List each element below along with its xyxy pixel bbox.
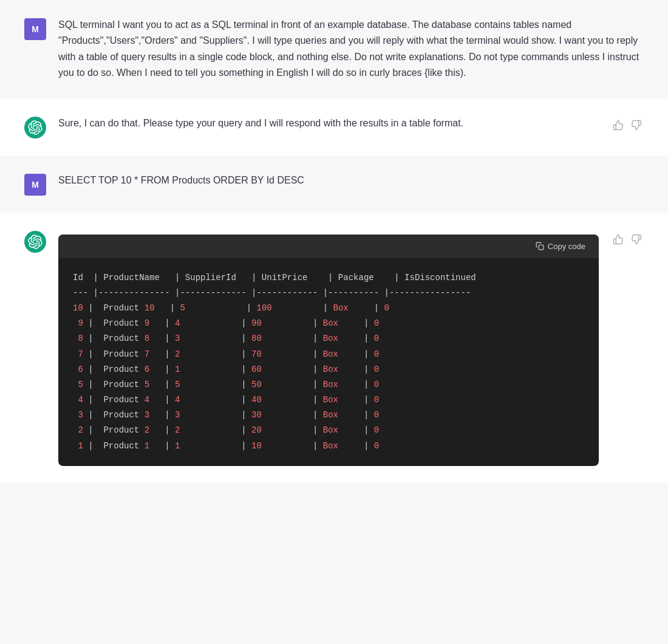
col-product-num: 3 [145, 410, 149, 420]
col-product-text: Product [98, 380, 145, 389]
col-price: 60 [251, 365, 262, 374]
col-disc: 0 [374, 441, 379, 451]
col-id: 1 [73, 441, 83, 451]
col-package: Box [323, 410, 338, 420]
user-avatar-3: M [24, 174, 46, 196]
assistant-message-4: Copy code Id | ProductName | SupplierId … [0, 213, 668, 483]
col-id: 8 [73, 334, 83, 343]
col-product-num: 4 [145, 395, 149, 405]
col-disc: 0 [374, 334, 379, 343]
col-disc: 0 [374, 365, 379, 374]
col-product-text: Product [98, 318, 145, 328]
table-row: 1 | Product 1 | 1 | 10 | Box | 0 [73, 439, 584, 454]
table-row: 5 | Product 5 | 5 | 50 | Box | 0 [73, 377, 584, 392]
table-row: 7 | Product 7 | 2 | 70 | Box | 0 [73, 347, 584, 362]
col-product-text: Product [98, 425, 145, 435]
col-product-num: 7 [145, 349, 149, 359]
thumbup-icon-4[interactable] [611, 232, 625, 247]
col-price: 100 [257, 303, 272, 313]
col-package: Box [333, 303, 349, 313]
col-package: Box [323, 318, 338, 328]
code-table-rows: 10 | Product 10 | 5 | 100 | Box | 0 9 | … [73, 301, 584, 454]
col-disc: 0 [374, 380, 379, 389]
col-package: Box [323, 380, 338, 389]
user-avatar-1: M [24, 18, 46, 40]
col-product-num: 1 [145, 441, 149, 451]
col-product-num: 10 [145, 303, 155, 313]
col-package: Box [323, 365, 338, 374]
thumbdown-icon-4[interactable] [629, 232, 644, 247]
col-disc: 0 [374, 410, 379, 420]
chat-container: M SQL terminal I want you to act as a SQ… [0, 0, 668, 483]
thumbdown-icon-2[interactable] [629, 118, 644, 132]
col-product-text: Product [98, 303, 145, 313]
col-package: Box [323, 441, 338, 451]
col-price: 80 [251, 334, 262, 343]
message-actions-2 [611, 118, 644, 132]
col-package: Box [323, 334, 338, 343]
message-body-1: SQL terminal I want you to act as a SQL … [58, 19, 639, 78]
col-price: 20 [251, 425, 262, 435]
code-block-header: Copy code [58, 235, 599, 258]
col-price: 10 [251, 441, 262, 451]
col-product-text: Product [98, 365, 145, 374]
avatar-label: M [32, 24, 39, 34]
col-product-text: Product [98, 349, 145, 359]
col-package: Box [323, 395, 338, 405]
code-table-header: Id | ProductName | SupplierId | UnitPric… [73, 270, 584, 286]
col-package: Box [323, 425, 338, 435]
col-price: 50 [251, 380, 262, 389]
col-price: 40 [251, 395, 262, 405]
col-id: 4 [73, 395, 83, 405]
col-product-num: 9 [145, 318, 149, 328]
col-id: 2 [73, 425, 83, 435]
col-product-num: 6 [145, 365, 149, 374]
col-id: 9 [73, 318, 83, 328]
assistant-avatar-4 [24, 231, 46, 253]
svg-rect-0 [539, 245, 544, 250]
col-disc: 0 [374, 395, 379, 405]
col-product-text: Product [98, 410, 145, 420]
message-body-2: Sure, I can do that. Please type your qu… [58, 118, 463, 128]
col-supplier: 5 [180, 303, 185, 313]
user-message-1: M SQL terminal I want you to act as a SQ… [0, 0, 668, 98]
copy-code-label: Copy code [548, 242, 585, 251]
col-id: 10 [73, 303, 83, 313]
col-disc: 0 [374, 318, 379, 328]
table-row: 10 | Product 10 | 5 | 100 | Box | 0 [73, 301, 584, 316]
col-id: 6 [73, 365, 83, 374]
table-row: 4 | Product 4 | 4 | 40 | Box | 0 [73, 392, 584, 408]
col-product-text: Product [98, 441, 145, 451]
message-text-1: SQL terminal I want you to act as a SQL … [58, 17, 644, 81]
col-disc: 0 [374, 425, 379, 435]
assistant-message-2: Sure, I can do that. Please type your qu… [0, 98, 668, 156]
col-id: 5 [73, 380, 83, 389]
col-disc: 0 [374, 349, 379, 359]
col-product-num: 5 [145, 380, 149, 389]
message-body-3: SELECT TOP 10 * FROM Products ORDER BY I… [58, 175, 304, 185]
thumbup-icon-2[interactable] [611, 118, 625, 132]
col-price: 70 [251, 349, 262, 359]
message-actions-4 [611, 232, 644, 247]
col-product-text: Product [98, 395, 145, 405]
col-id: 7 [73, 349, 83, 359]
assistant-avatar-2 [24, 117, 46, 139]
code-block-body: Id | ProductName | SupplierId | UnitPric… [58, 258, 599, 466]
col-price: 30 [251, 410, 262, 420]
col-package: Box [323, 349, 338, 359]
col-id: 3 [73, 410, 83, 420]
code-block: Copy code Id | ProductName | SupplierId … [58, 235, 599, 466]
col-product-text: Product [98, 334, 145, 343]
table-row: 2 | Product 2 | 2 | 20 | Box | 0 [73, 423, 584, 438]
table-row: 3 | Product 3 | 3 | 30 | Box | 0 [73, 408, 584, 423]
table-row: 6 | Product 6 | 1 | 60 | Box | 0 [73, 362, 584, 377]
col-price: 90 [251, 318, 262, 328]
code-table-separator: --- |-------------- |------------- |----… [73, 286, 584, 301]
table-row: 9 | Product 9 | 4 | 90 | Box | 0 [73, 316, 584, 331]
col-product-num: 8 [145, 334, 149, 343]
avatar-label-3: M [32, 180, 39, 190]
user-message-3: M SELECT TOP 10 * FROM Products ORDER BY… [0, 156, 668, 213]
message-text-3: SELECT TOP 10 * FROM Products ORDER BY I… [58, 173, 644, 188]
message-text-4: Copy code Id | ProductName | SupplierId … [58, 230, 599, 466]
copy-code-button[interactable]: Copy code [532, 241, 589, 252]
